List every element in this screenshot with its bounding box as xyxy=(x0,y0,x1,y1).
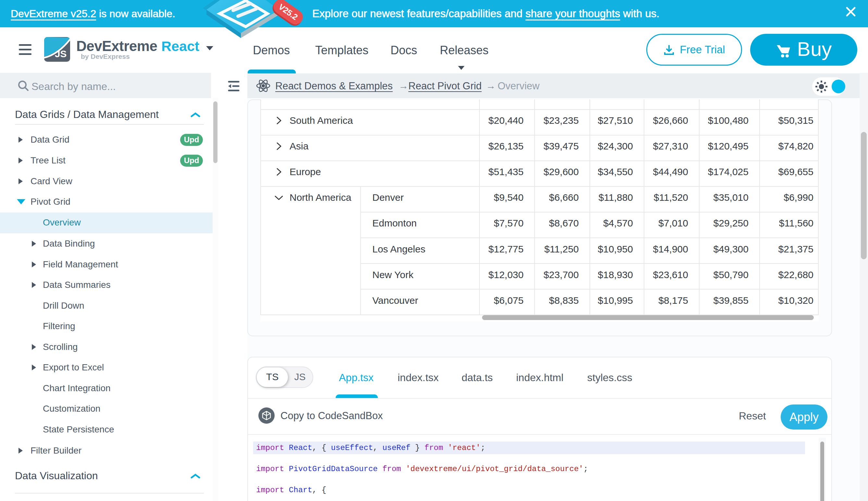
svg-text:JS: JS xyxy=(55,49,67,59)
